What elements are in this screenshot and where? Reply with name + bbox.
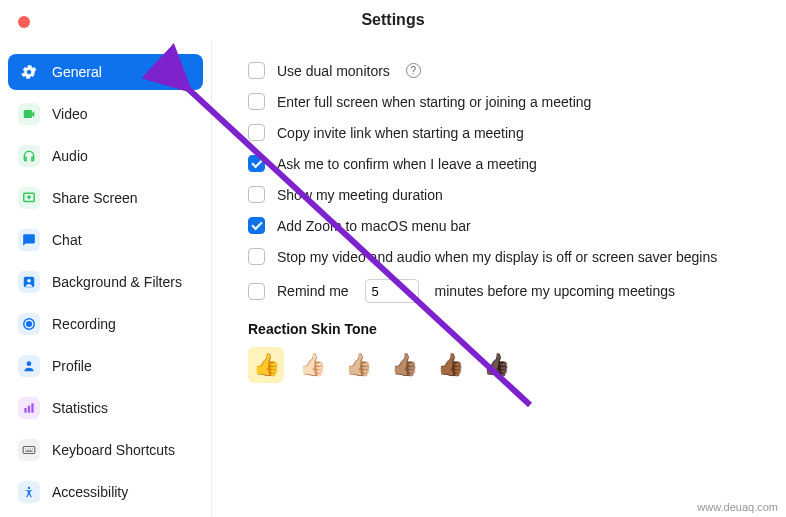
option-fullscreen[interactable]: Enter full screen when starting or joini… — [248, 93, 756, 110]
sidebar-item-label: Audio — [52, 148, 88, 164]
remind-minutes-input[interactable] — [365, 279, 419, 303]
sidebar-item-statistics[interactable]: Statistics — [8, 390, 203, 426]
sidebar-item-label: Video — [52, 106, 88, 122]
share-screen-icon — [18, 187, 40, 209]
skin-tone-option[interactable]: 👍🏼 — [340, 347, 376, 383]
sidebar-item-keyboard-shortcuts[interactable]: Keyboard Shortcuts — [8, 432, 203, 468]
checkbox[interactable] — [248, 124, 265, 141]
accessibility-icon — [18, 481, 40, 503]
sidebar-item-label: Accessibility — [52, 484, 128, 500]
statistics-icon — [18, 397, 40, 419]
checkbox[interactable] — [248, 155, 265, 172]
skin-tone-option[interactable]: 👍🏾 — [432, 347, 468, 383]
help-icon[interactable]: ? — [406, 63, 421, 78]
svg-rect-7 — [28, 406, 30, 413]
gear-icon — [18, 61, 40, 83]
skin-tone-row: 👍 👍🏻 👍🏼 👍🏽 👍🏾 👍🏿 — [248, 347, 756, 383]
svg-point-5 — [27, 361, 32, 366]
sidebar-item-profile[interactable]: Profile — [8, 348, 203, 384]
sidebar: General Video Audio Share Screen Chat — [0, 40, 212, 517]
skin-tone-option[interactable]: 👍🏿 — [478, 347, 514, 383]
window-title: Settings — [0, 11, 786, 29]
background-filters-icon — [18, 271, 40, 293]
checkbox[interactable] — [248, 248, 265, 265]
titlebar: Settings — [0, 0, 786, 40]
option-label: Ask me to confirm when I leave a meeting — [277, 156, 537, 172]
skin-tone-option[interactable]: 👍🏽 — [386, 347, 422, 383]
option-label-pre: Remind me — [277, 283, 349, 299]
sidebar-item-recording[interactable]: Recording — [8, 306, 203, 342]
svg-rect-8 — [31, 403, 33, 412]
skin-tone-option[interactable]: 👍🏻 — [294, 347, 330, 383]
settings-general-panel: Use dual monitors ? Enter full screen wh… — [212, 40, 786, 517]
checkbox[interactable] — [248, 186, 265, 203]
option-label: Add Zoom to macOS menu bar — [277, 218, 471, 234]
sidebar-item-general[interactable]: General — [8, 54, 203, 90]
sidebar-item-video[interactable]: Video — [8, 96, 203, 132]
sidebar-item-label: Statistics — [52, 400, 108, 416]
svg-rect-9 — [23, 447, 35, 454]
checkbox[interactable] — [248, 283, 265, 300]
sidebar-item-label: Background & Filters — [52, 274, 182, 290]
sidebar-item-label: Keyboard Shortcuts — [52, 442, 175, 458]
option-label: Show my meeting duration — [277, 187, 443, 203]
option-stop-av[interactable]: Stop my video and audio when my display … — [248, 248, 756, 265]
sidebar-item-label: Share Screen — [52, 190, 138, 206]
option-dual-monitors[interactable]: Use dual monitors ? — [248, 62, 756, 79]
close-window-icon[interactable] — [18, 16, 30, 28]
sidebar-item-label: Recording — [52, 316, 116, 332]
option-label: Enter full screen when starting or joini… — [277, 94, 591, 110]
svg-rect-6 — [24, 408, 26, 413]
checkbox[interactable] — [248, 93, 265, 110]
recording-icon — [18, 313, 40, 335]
option-remind[interactable]: Remind me minutes before my upcoming mee… — [248, 279, 756, 303]
headphones-icon — [18, 145, 40, 167]
skin-tone-option[interactable]: 👍 — [248, 347, 284, 383]
reaction-skin-tone-title: Reaction Skin Tone — [248, 321, 756, 337]
sidebar-item-chat[interactable]: Chat — [8, 222, 203, 258]
option-label: Copy invite link when starting a meeting — [277, 125, 524, 141]
profile-icon — [18, 355, 40, 377]
option-label: Use dual monitors — [277, 63, 390, 79]
watermark: www.deuaq.com — [697, 501, 778, 513]
keyboard-icon — [18, 439, 40, 461]
option-menu-bar[interactable]: Add Zoom to macOS menu bar — [248, 217, 756, 234]
chat-icon — [18, 229, 40, 251]
sidebar-item-label: Chat — [52, 232, 82, 248]
option-confirm-leave[interactable]: Ask me to confirm when I leave a meeting — [248, 155, 756, 172]
option-show-duration[interactable]: Show my meeting duration — [248, 186, 756, 203]
option-copy-invite[interactable]: Copy invite link when starting a meeting — [248, 124, 756, 141]
sidebar-item-share-screen[interactable]: Share Screen — [8, 180, 203, 216]
sidebar-item-accessibility[interactable]: Accessibility — [8, 474, 203, 510]
option-label: Stop my video and audio when my display … — [277, 249, 717, 265]
video-icon — [18, 103, 40, 125]
svg-point-4 — [27, 322, 32, 327]
sidebar-item-label: General — [52, 64, 102, 80]
sidebar-item-background-filters[interactable]: Background & Filters — [8, 264, 203, 300]
option-label-post: minutes before my upcoming meetings — [435, 283, 675, 299]
svg-point-2 — [27, 279, 31, 283]
sidebar-item-audio[interactable]: Audio — [8, 138, 203, 174]
checkbox[interactable] — [248, 217, 265, 234]
checkbox[interactable] — [248, 62, 265, 79]
svg-point-10 — [28, 487, 30, 489]
sidebar-item-label: Profile — [52, 358, 92, 374]
